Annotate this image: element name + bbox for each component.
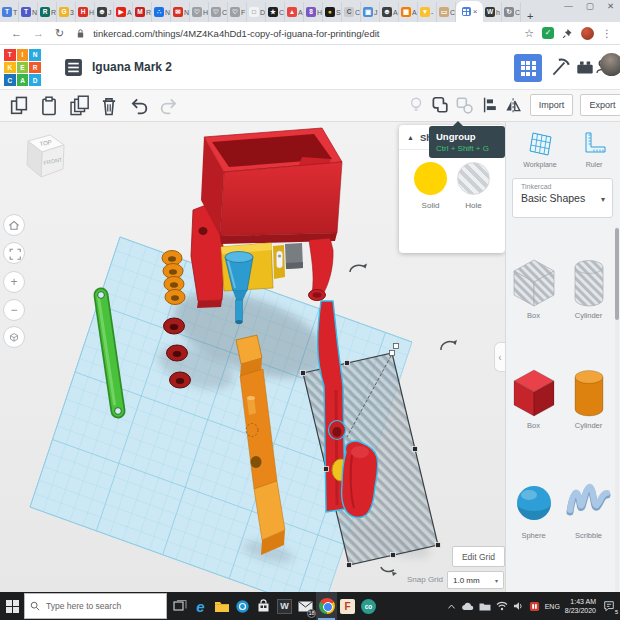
back-icon[interactable]: ← bbox=[11, 27, 22, 39]
browser-tab[interactable]: G3 bbox=[57, 2, 76, 22]
browser-tab[interactable]: ▦A bbox=[399, 2, 418, 22]
redo-icon[interactable] bbox=[158, 95, 180, 117]
action-center-icon[interactable]: 5 bbox=[601, 598, 617, 614]
group-icon[interactable] bbox=[430, 94, 450, 116]
dashboard-grid-button[interactable] bbox=[514, 54, 542, 82]
home-view-button[interactable] bbox=[3, 214, 25, 236]
zoom-in-button[interactable]: + bbox=[3, 271, 25, 293]
tinkercad-logo[interactable]: TINKERCAD bbox=[4, 49, 41, 86]
rotate-arrow-top[interactable] bbox=[350, 264, 367, 273]
onedrive-cloud-icon[interactable] bbox=[461, 602, 474, 611]
minimize-button[interactable]: — bbox=[564, 1, 573, 11]
edge-icon[interactable]: e bbox=[190, 592, 211, 620]
red-tray-app-icon[interactable] bbox=[529, 601, 540, 612]
copy-icon[interactable] bbox=[8, 95, 30, 117]
task-view-icon[interactable] bbox=[169, 592, 190, 620]
gray-block[interactable] bbox=[285, 243, 303, 269]
store-icon[interactable] bbox=[253, 592, 274, 620]
pin-icon[interactable] bbox=[562, 28, 573, 39]
bulb-icon[interactable] bbox=[406, 94, 426, 116]
duplicate-icon[interactable] bbox=[68, 95, 90, 117]
w-app-icon[interactable]: W bbox=[274, 592, 295, 620]
brick-icon[interactable] bbox=[574, 56, 596, 78]
browser-tab[interactable]: ●S bbox=[323, 2, 342, 22]
forward-icon[interactable]: → bbox=[33, 27, 44, 39]
bookmark-star-icon[interactable]: ☆ bbox=[524, 27, 534, 40]
browser-tab[interactable]: ▼- bbox=[418, 2, 437, 22]
shape-thumb-box[interactable]: Box bbox=[507, 254, 561, 320]
workplane-tool[interactable]: Workplane bbox=[514, 130, 566, 168]
search-input[interactable] bbox=[44, 600, 154, 612]
tray-folder-icon[interactable] bbox=[479, 602, 491, 611]
ruler-tool[interactable]: Ruler bbox=[568, 130, 620, 168]
shape-thumb-box[interactable]: Box bbox=[507, 364, 561, 430]
shape-category-dropdown[interactable]: Tinkercad Basic Shapes ▾ bbox=[512, 178, 613, 218]
view-cube[interactable]: TOP FRONT bbox=[20, 127, 72, 189]
browser-tab[interactable]: ▶A bbox=[114, 2, 133, 22]
volume-icon[interactable] bbox=[513, 601, 524, 611]
browser-tab[interactable]: HH bbox=[76, 2, 95, 22]
reload-icon[interactable]: ↻ bbox=[55, 27, 64, 40]
account-avatar[interactable] bbox=[600, 53, 620, 76]
pickaxe-icon[interactable] bbox=[549, 56, 571, 78]
taskbar-search[interactable] bbox=[24, 593, 167, 619]
align-icon[interactable] bbox=[479, 94, 499, 116]
co-app-icon[interactable]: co bbox=[358, 592, 379, 620]
browser-tab[interactable]: MR bbox=[133, 2, 152, 22]
browser-profile-avatar[interactable] bbox=[581, 27, 594, 40]
red-arm[interactable] bbox=[309, 238, 334, 301]
browser-tab[interactable]: ★C bbox=[266, 2, 285, 22]
browser-tab[interactable]: ↻C bbox=[502, 2, 521, 22]
browser-tab[interactable]: ⊕J bbox=[95, 2, 114, 22]
hidden-icons-chevron[interactable] bbox=[447, 603, 456, 610]
browser-tab[interactable]: ♡C bbox=[209, 2, 228, 22]
f-app-icon[interactable]: F bbox=[337, 592, 358, 620]
browser-tab[interactable]: ♡F bbox=[228, 2, 247, 22]
browser-tab[interactable]: ▲A bbox=[285, 2, 304, 22]
shape-thumb-cylinder[interactable]: Cylinder bbox=[562, 254, 616, 320]
extension-icon[interactable]: ✓ bbox=[542, 27, 554, 39]
browser-tab[interactable]: ♡H bbox=[190, 2, 209, 22]
fit-view-button[interactable] bbox=[3, 242, 25, 264]
browser-tab[interactable]: Wh bbox=[483, 2, 502, 22]
active-browser-tab[interactable]: × bbox=[456, 1, 483, 22]
browser-tab[interactable]: 8H bbox=[304, 2, 323, 22]
export-button[interactable]: Export bbox=[580, 94, 620, 116]
sidebar-scrollbar-thumb[interactable] bbox=[615, 228, 619, 320]
rotate-arrow-right[interactable] bbox=[441, 340, 457, 350]
maximize-button[interactable]: ▢ bbox=[586, 1, 594, 11]
browser-tab[interactable]: CC bbox=[342, 2, 361, 22]
tab-close-icon[interactable]: × bbox=[473, 7, 478, 16]
browser-tab[interactable]: TN bbox=[19, 2, 38, 22]
hole-option[interactable]: Hole bbox=[457, 162, 490, 210]
browser-tab[interactable]: RR bbox=[38, 2, 57, 22]
mail-icon[interactable]: 18 bbox=[295, 592, 316, 620]
collapse-panel-icon[interactable]: ▲ bbox=[407, 134, 414, 141]
cortana-icon[interactable] bbox=[232, 592, 253, 620]
browser-tab[interactable]: ✉N bbox=[171, 2, 190, 22]
browser-tab[interactable]: ∴N bbox=[152, 2, 171, 22]
file-explorer-icon[interactable] bbox=[211, 592, 232, 620]
chrome-icon[interactable] bbox=[316, 592, 337, 620]
browser-tab[interactable]: TT bbox=[0, 2, 19, 22]
browser-tab[interactable]: ▣J bbox=[361, 2, 380, 22]
close-button[interactable]: ✕ bbox=[607, 1, 614, 11]
snap-grid-dropdown[interactable]: 1.0 mm ▾ bbox=[447, 571, 504, 589]
undo-icon[interactable] bbox=[128, 95, 150, 117]
shape-thumb-cylinder[interactable]: Cylinder bbox=[562, 364, 616, 430]
url-text[interactable]: tinkercad.com/things/4MZ4Ka4hDd1-copy-of… bbox=[93, 28, 524, 39]
new-tab-button[interactable]: + bbox=[527, 10, 533, 22]
hole-swatch[interactable] bbox=[457, 162, 490, 195]
design-title[interactable]: Iguana Mark 2 bbox=[92, 60, 172, 74]
browser-tab[interactable]: ⊕A bbox=[380, 2, 399, 22]
browser-menu-icon[interactable]: ⋮ bbox=[602, 28, 612, 39]
paste-icon[interactable] bbox=[38, 95, 60, 117]
edit-grid-button[interactable]: Edit Grid bbox=[452, 546, 505, 567]
browser-tab[interactable]: ▭C bbox=[437, 2, 456, 22]
import-button[interactable]: Import bbox=[530, 94, 574, 116]
shape-thumb-scribble[interactable]: Scribble bbox=[562, 474, 616, 540]
start-button[interactable] bbox=[0, 592, 24, 620]
delete-icon[interactable] bbox=[98, 95, 120, 117]
browser-tab[interactable]: □D bbox=[247, 2, 266, 22]
mirror-icon[interactable] bbox=[503, 94, 523, 116]
